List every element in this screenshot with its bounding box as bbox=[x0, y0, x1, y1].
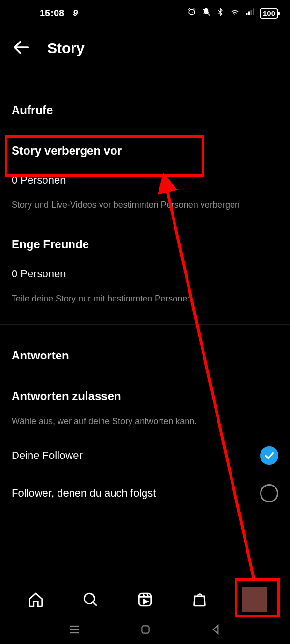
close-friends-item[interactable]: Enge Freunde 0 Personen Teile deine Stor… bbox=[12, 211, 278, 304]
signal-icon bbox=[245, 8, 255, 19]
back-button[interactable] bbox=[12, 38, 31, 59]
battery-indicator: 100 bbox=[260, 8, 278, 19]
notification-nine-icon: 9 bbox=[73, 8, 78, 18]
reply-option-mutual[interactable]: Follower, denen du auch folgst bbox=[12, 465, 278, 502]
svg-rect-16 bbox=[142, 626, 149, 633]
svg-rect-3 bbox=[250, 10, 252, 15]
svg-rect-4 bbox=[253, 9, 254, 15]
sys-recents[interactable] bbox=[68, 623, 81, 638]
close-friends-label: Enge Freunde bbox=[12, 211, 278, 251]
sys-back[interactable] bbox=[210, 623, 222, 638]
annotation-highlight-top bbox=[5, 135, 204, 177]
nav-home[interactable] bbox=[20, 591, 51, 608]
hide-story-desc: Story und Live-Videos vor bestimmten Per… bbox=[12, 186, 278, 211]
nav-shop[interactable] bbox=[184, 591, 215, 608]
status-bar: 15:08 9 100 bbox=[0, 0, 290, 27]
status-time: 15:08 bbox=[40, 8, 64, 19]
close-friends-count: 0 Personen bbox=[12, 251, 278, 280]
reply-option-label: Deine Follower bbox=[12, 449, 83, 462]
svg-line-7 bbox=[93, 602, 97, 606]
page-title: Story bbox=[47, 40, 85, 57]
svg-marker-12 bbox=[144, 600, 148, 604]
alarm-icon bbox=[187, 7, 197, 19]
allow-replies-heading: Antworten zulassen bbox=[12, 362, 278, 403]
wifi-icon bbox=[230, 8, 240, 19]
svg-rect-1 bbox=[246, 13, 247, 15]
annotation-highlight-bottom bbox=[235, 578, 280, 617]
radio-unchecked-icon bbox=[260, 484, 278, 502]
system-nav bbox=[0, 617, 290, 644]
radio-checked-icon bbox=[260, 446, 278, 465]
nav-reels[interactable] bbox=[130, 591, 160, 608]
app-header: Story bbox=[0, 27, 290, 70]
nav-search[interactable] bbox=[75, 591, 106, 608]
reply-option-label: Follower, denen du auch folgst bbox=[12, 487, 156, 500]
svg-rect-2 bbox=[248, 12, 250, 15]
replies-heading: Antworten bbox=[12, 325, 278, 362]
replies-section: Antworten Antworten zulassen Wähle aus, … bbox=[0, 325, 290, 502]
allow-replies-desc: Wähle aus, wer auf deine Story antworten… bbox=[12, 403, 278, 427]
svg-marker-17 bbox=[213, 625, 218, 633]
mute-icon bbox=[202, 7, 211, 19]
bluetooth-icon bbox=[216, 7, 225, 19]
svg-point-6 bbox=[84, 593, 94, 603]
reply-option-followers[interactable]: Deine Follower bbox=[12, 427, 278, 465]
sys-home[interactable] bbox=[139, 623, 152, 638]
views-section: Aufrufe Story verbergen vor 0 Personen S… bbox=[0, 79, 290, 305]
close-friends-desc: Teile deine Story nur mit bestimmten Per… bbox=[12, 280, 278, 304]
views-heading: Aufrufe bbox=[12, 79, 278, 117]
